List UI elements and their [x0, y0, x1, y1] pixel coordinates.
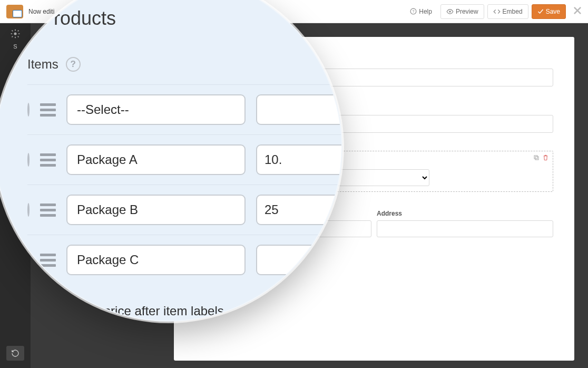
svg-text:?: ? — [413, 9, 415, 13]
item-label-input[interactable] — [66, 195, 246, 225]
help-label: Help — [419, 8, 432, 15]
default-radio[interactable] — [27, 203, 30, 217]
drag-handle-icon[interactable] — [40, 103, 56, 117]
address-field[interactable]: Address — [377, 210, 553, 237]
close-icon — [573, 6, 582, 15]
help-icon: ? — [410, 8, 417, 15]
duplicate-icon[interactable] — [533, 154, 540, 162]
item-row — [27, 185, 342, 235]
preview-label: Preview — [456, 8, 478, 15]
app-logo — [6, 5, 23, 18]
drag-handle-icon[interactable] — [40, 153, 56, 167]
history-icon — [11, 349, 19, 357]
svg-point-3 — [14, 33, 17, 35]
save-label: Save — [546, 8, 560, 15]
items-label: Items — [27, 57, 58, 72]
item-price-input[interactable] — [256, 94, 342, 125]
rail-setup-short: S — [13, 43, 17, 50]
address-input[interactable] — [377, 220, 553, 237]
help-icon[interactable]: ? — [66, 57, 81, 72]
item-label-input[interactable] — [66, 144, 246, 175]
settings-button[interactable] — [10, 28, 21, 41]
revisions-button[interactable] — [6, 346, 24, 361]
embed-button[interactable]: Embed — [487, 4, 528, 19]
delete-icon[interactable] — [543, 154, 548, 162]
close-button[interactable] — [573, 6, 582, 17]
drag-handle-icon[interactable] — [40, 254, 56, 267]
check-icon — [537, 9, 544, 14]
code-icon — [493, 9, 501, 14]
item-label-input[interactable] — [66, 94, 246, 125]
default-radio[interactable] — [27, 103, 30, 117]
item-price-input[interactable] — [256, 144, 342, 175]
embed-label: Embed — [503, 8, 523, 15]
item-row — [27, 134, 342, 185]
save-button[interactable]: Save — [532, 4, 566, 19]
drag-handle-icon[interactable] — [40, 204, 56, 217]
preview-button[interactable]: Preview — [440, 4, 484, 19]
svg-rect-5 — [535, 157, 538, 160]
eye-icon — [446, 9, 454, 14]
help-button[interactable]: ? Help — [405, 5, 437, 18]
svg-rect-4 — [534, 156, 537, 159]
field-tools — [533, 154, 548, 162]
now-editing-label: Now editi — [28, 8, 54, 15]
svg-point-2 — [449, 11, 451, 13]
item-label-input[interactable] — [66, 245, 246, 275]
items-header: Items ? — [27, 57, 342, 72]
default-radio[interactable] — [27, 153, 30, 167]
address-label: Address — [377, 210, 553, 217]
item-row — [27, 84, 342, 134]
gear-icon — [10, 28, 21, 39]
